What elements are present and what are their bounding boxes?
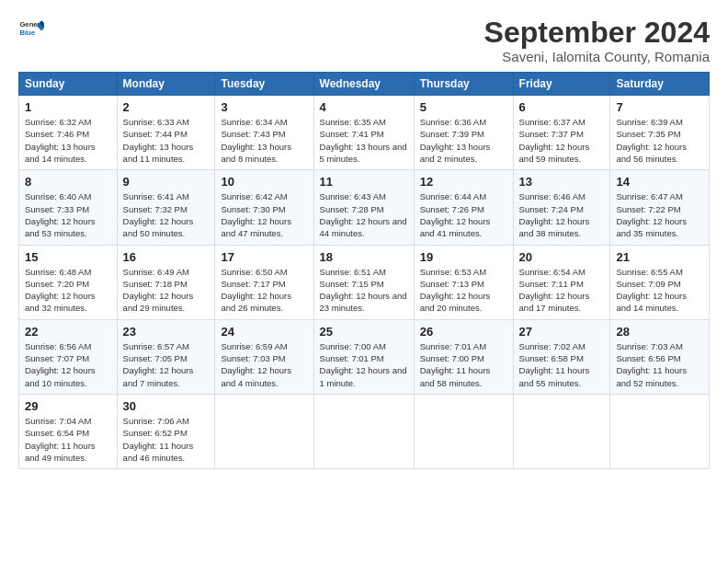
calendar-cell — [215, 394, 313, 468]
day-number: 16 — [123, 250, 210, 264]
col-wednesday: Wednesday — [313, 73, 414, 96]
day-number: 8 — [25, 175, 111, 189]
day-number: 9 — [123, 175, 210, 189]
calendar-cell: 24Sunrise: 6:59 AMSunset: 7:03 PMDayligh… — [215, 319, 313, 394]
day-info: Sunrise: 7:06 AMSunset: 6:52 PMDaylight:… — [123, 415, 210, 464]
calendar-cell: 21Sunrise: 6:55 AMSunset: 7:09 PMDayligh… — [610, 245, 710, 319]
day-number: 18 — [320, 250, 408, 264]
day-info: Sunrise: 6:34 AMSunset: 7:43 PMDaylight:… — [221, 116, 307, 165]
calendar-week-row: 1Sunrise: 6:32 AMSunset: 7:46 PMDaylight… — [19, 96, 710, 170]
calendar-cell: 14Sunrise: 6:47 AMSunset: 7:22 PMDayligh… — [610, 170, 710, 245]
calendar-cell: 25Sunrise: 7:00 AMSunset: 7:01 PMDayligh… — [313, 319, 414, 394]
calendar-cell: 15Sunrise: 6:48 AMSunset: 7:20 PMDayligh… — [19, 245, 118, 319]
day-number: 10 — [221, 175, 307, 189]
day-info: Sunrise: 6:35 AMSunset: 7:41 PMDaylight:… — [320, 116, 408, 165]
day-number: 3 — [221, 100, 307, 114]
day-number: 1 — [25, 100, 111, 114]
calendar-cell: 20Sunrise: 6:54 AMSunset: 7:11 PMDayligh… — [513, 245, 610, 319]
day-number: 20 — [519, 250, 605, 264]
calendar-cell: 4Sunrise: 6:35 AMSunset: 7:41 PMDaylight… — [313, 96, 414, 170]
day-info: Sunrise: 6:47 AMSunset: 7:22 PMDaylight:… — [616, 190, 703, 239]
day-info: Sunrise: 6:42 AMSunset: 7:30 PMDaylight:… — [221, 190, 307, 239]
col-friday: Friday — [513, 73, 610, 96]
col-sunday: Sunday — [19, 73, 118, 96]
calendar-cell: 30Sunrise: 7:06 AMSunset: 6:52 PMDayligh… — [117, 394, 215, 468]
day-info: Sunrise: 6:41 AMSunset: 7:32 PMDaylight:… — [123, 190, 210, 239]
day-info: Sunrise: 7:02 AMSunset: 6:58 PMDaylight:… — [519, 340, 605, 389]
calendar-cell: 2Sunrise: 6:33 AMSunset: 7:44 PMDaylight… — [117, 96, 215, 170]
day-info: Sunrise: 6:55 AMSunset: 7:09 PMDaylight:… — [616, 266, 703, 315]
calendar-header-row: Sunday Monday Tuesday Wednesday Thursday… — [19, 73, 710, 96]
calendar-cell: 6Sunrise: 6:37 AMSunset: 7:37 PMDaylight… — [513, 96, 610, 170]
day-number: 24 — [221, 325, 307, 339]
calendar-cell: 26Sunrise: 7:01 AMSunset: 7:00 PMDayligh… — [414, 319, 513, 394]
day-number: 17 — [221, 250, 307, 264]
svg-text:Blue: Blue — [19, 29, 35, 37]
day-info: Sunrise: 6:46 AMSunset: 7:24 PMDaylight:… — [519, 190, 605, 239]
calendar-cell: 18Sunrise: 6:51 AMSunset: 7:15 PMDayligh… — [313, 245, 414, 319]
day-number: 6 — [519, 100, 605, 114]
day-number: 11 — [320, 175, 408, 189]
calendar-week-row: 8Sunrise: 6:40 AMSunset: 7:33 PMDaylight… — [19, 170, 710, 245]
calendar-cell — [414, 394, 513, 468]
page-container: General Blue September 2024 Saveni, Ialo… — [0, 0, 728, 478]
month-title: September 2024 — [484, 17, 710, 49]
calendar-cell: 11Sunrise: 6:43 AMSunset: 7:28 PMDayligh… — [313, 170, 414, 245]
day-number: 25 — [320, 325, 408, 339]
day-info: Sunrise: 6:57 AMSunset: 7:05 PMDaylight:… — [123, 340, 210, 389]
col-monday: Monday — [117, 73, 215, 96]
day-info: Sunrise: 6:59 AMSunset: 7:03 PMDaylight:… — [221, 340, 307, 389]
calendar-cell: 17Sunrise: 6:50 AMSunset: 7:17 PMDayligh… — [215, 245, 313, 319]
subtitle: Saveni, Ialomita County, Romania — [484, 49, 710, 64]
day-info: Sunrise: 6:36 AMSunset: 7:39 PMDaylight:… — [420, 116, 507, 165]
day-number: 27 — [519, 325, 605, 339]
col-tuesday: Tuesday — [215, 73, 313, 96]
day-number: 15 — [25, 250, 111, 264]
calendar-cell: 10Sunrise: 6:42 AMSunset: 7:30 PMDayligh… — [215, 170, 313, 245]
header: General Blue September 2024 Saveni, Ialo… — [18, 17, 710, 64]
day-info: Sunrise: 6:44 AMSunset: 7:26 PMDaylight:… — [420, 190, 507, 239]
calendar-cell: 12Sunrise: 6:44 AMSunset: 7:26 PMDayligh… — [414, 170, 513, 245]
day-number: 30 — [123, 399, 210, 413]
day-info: Sunrise: 6:56 AMSunset: 7:07 PMDaylight:… — [25, 340, 111, 389]
day-number: 7 — [616, 100, 703, 114]
calendar-week-row: 22Sunrise: 6:56 AMSunset: 7:07 PMDayligh… — [19, 319, 710, 394]
day-number: 22 — [25, 325, 111, 339]
day-info: Sunrise: 6:43 AMSunset: 7:28 PMDaylight:… — [320, 190, 408, 239]
calendar-cell: 16Sunrise: 6:49 AMSunset: 7:18 PMDayligh… — [117, 245, 215, 319]
day-number: 4 — [320, 100, 408, 114]
day-info: Sunrise: 6:37 AMSunset: 7:37 PMDaylight:… — [519, 116, 605, 165]
day-info: Sunrise: 6:51 AMSunset: 7:15 PMDaylight:… — [320, 266, 408, 315]
day-number: 23 — [123, 325, 210, 339]
col-saturday: Saturday — [610, 73, 710, 96]
day-number: 29 — [25, 399, 111, 413]
day-number: 26 — [420, 325, 507, 339]
calendar-cell: 22Sunrise: 6:56 AMSunset: 7:07 PMDayligh… — [19, 319, 118, 394]
logo-icon: General Blue — [18, 17, 44, 42]
day-number: 2 — [123, 100, 210, 114]
title-area: September 2024 Saveni, Ialomita County, … — [484, 17, 710, 64]
calendar-table: Sunday Monday Tuesday Wednesday Thursday… — [18, 72, 710, 469]
day-info: Sunrise: 6:50 AMSunset: 7:17 PMDaylight:… — [221, 266, 307, 315]
day-number: 28 — [616, 325, 703, 339]
day-number: 19 — [420, 250, 507, 264]
calendar-cell: 9Sunrise: 6:41 AMSunset: 7:32 PMDaylight… — [117, 170, 215, 245]
day-number: 21 — [616, 250, 703, 264]
calendar-cell: 19Sunrise: 6:53 AMSunset: 7:13 PMDayligh… — [414, 245, 513, 319]
day-info: Sunrise: 6:33 AMSunset: 7:44 PMDaylight:… — [123, 116, 210, 165]
calendar-cell — [313, 394, 414, 468]
calendar-cell: 1Sunrise: 6:32 AMSunset: 7:46 PMDaylight… — [19, 96, 118, 170]
day-number: 13 — [519, 175, 605, 189]
day-number: 5 — [420, 100, 507, 114]
calendar-cell: 3Sunrise: 6:34 AMSunset: 7:43 PMDaylight… — [215, 96, 313, 170]
day-info: Sunrise: 7:03 AMSunset: 6:56 PMDaylight:… — [616, 340, 703, 389]
logo: General Blue — [18, 17, 44, 42]
calendar-week-row: 29Sunrise: 7:04 AMSunset: 6:54 PMDayligh… — [19, 394, 710, 468]
day-info: Sunrise: 6:53 AMSunset: 7:13 PMDaylight:… — [420, 266, 507, 315]
calendar-cell: 8Sunrise: 6:40 AMSunset: 7:33 PMDaylight… — [19, 170, 118, 245]
day-info: Sunrise: 6:49 AMSunset: 7:18 PMDaylight:… — [123, 266, 210, 315]
calendar-cell: 28Sunrise: 7:03 AMSunset: 6:56 PMDayligh… — [610, 319, 710, 394]
day-info: Sunrise: 7:01 AMSunset: 7:00 PMDaylight:… — [420, 340, 507, 389]
col-thursday: Thursday — [414, 73, 513, 96]
day-info: Sunrise: 6:32 AMSunset: 7:46 PMDaylight:… — [25, 116, 111, 165]
